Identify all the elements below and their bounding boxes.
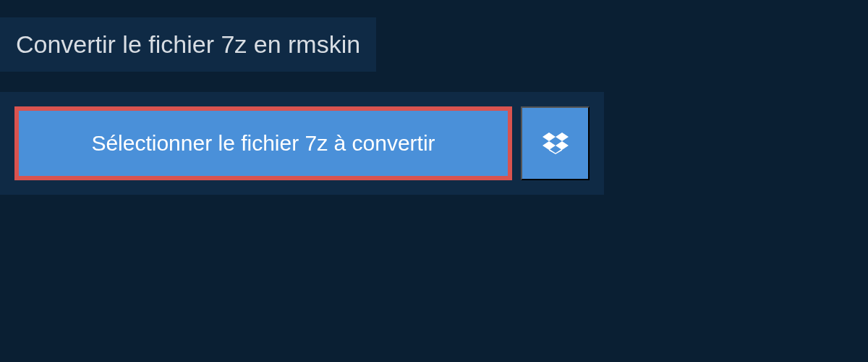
dropbox-icon xyxy=(542,130,569,156)
select-file-label: Sélectionner le fichier 7z à convertir xyxy=(91,131,435,156)
upload-section: Sélectionner le fichier 7z à convertir xyxy=(0,92,604,195)
page-title: Convertir le fichier 7z en rmskin xyxy=(16,30,360,59)
dropbox-button[interactable] xyxy=(521,106,590,180)
select-file-button[interactable]: Sélectionner le fichier 7z à convertir xyxy=(14,106,512,180)
header-bar: Convertir le fichier 7z en rmskin xyxy=(0,17,376,72)
